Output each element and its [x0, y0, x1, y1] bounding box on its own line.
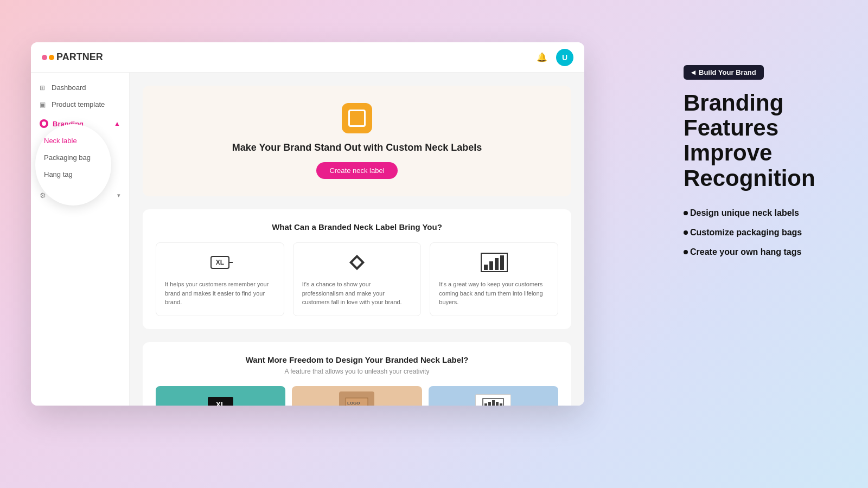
- feature-list-item-1: Design unique neck labels: [684, 208, 835, 218]
- branding-dot: [40, 119, 48, 128]
- svg-rect-13: [484, 403, 487, 406]
- features-section: What Can a Branded Neck Label Bring You?…: [143, 209, 571, 329]
- hero-icon: [342, 103, 372, 133]
- features-section-title: What Can a Branded Neck Label Bring You?: [156, 222, 558, 232]
- home-icon: ⊞: [40, 84, 47, 92]
- bullet-3: [684, 250, 688, 254]
- freedom-cards: XL logo LOGO 100% COTTON: [156, 386, 558, 406]
- freedom-card-3: 5XL: [429, 386, 558, 406]
- packaging-bag-text: Packaging bag: [44, 153, 91, 162]
- dark-label-preview: XL logo: [208, 397, 233, 406]
- heading-line3: Improve: [684, 140, 772, 165]
- freedom-section: Want More Freedom to Design Your Branded…: [143, 342, 571, 406]
- heading-line2: Features: [684, 115, 778, 140]
- feature-list: Design unique neck labels Customize pack…: [684, 208, 835, 257]
- hang-tag-text: Hang tag: [44, 170, 73, 178]
- bar-chart-icon: [478, 252, 510, 273]
- tan-label-preview: LOGO 100% COTTON: [339, 391, 374, 406]
- feature-desc-2: It's a chance to show your professionali…: [302, 280, 412, 307]
- bullet-2: [684, 230, 688, 235]
- hero-title: Make Your Brand Stand Out with Custom Ne…: [156, 142, 558, 153]
- logo-dot-pink: [42, 55, 47, 60]
- branding-section: Branding ▲ Neck lable Packaging bag Hang…: [31, 115, 129, 183]
- product-template-label: Product template: [52, 100, 105, 108]
- svg-rect-5: [495, 258, 499, 270]
- right-panel: Build Your Brand Branding Features Impro…: [684, 65, 835, 257]
- sidebar-item-hang-tag[interactable]: Hang tag: [31, 166, 129, 183]
- svg-rect-17: [500, 403, 502, 406]
- svg-rect-14: [488, 402, 491, 406]
- right-heading: Branding Features Improve Recognition: [684, 91, 835, 191]
- header-icons: 🔔 U: [534, 49, 573, 66]
- notification-icon[interactable]: 🔔: [534, 50, 550, 65]
- svg-rect-15: [492, 400, 495, 406]
- features-grid: XL It helps your customers remember your…: [156, 242, 558, 316]
- freedom-title: Want More Freedom to Design Your Branded…: [156, 355, 558, 364]
- app-window: PARTNER 🔔 U ⊞ Dashboard ▣ Product templa…: [31, 42, 584, 406]
- feature-card-1: XL It helps your customers remember your…: [156, 242, 284, 316]
- app-name: PARTNER: [56, 52, 103, 63]
- bar-chart-small: [482, 398, 504, 406]
- light-label-preview: 5XL: [475, 394, 511, 406]
- feature-list-item-3: Create your own hang tags: [684, 247, 835, 257]
- main-layout: ⊞ Dashboard ▣ Product template Branding …: [31, 73, 584, 406]
- create-neck-label-button[interactable]: Create neck label: [316, 162, 397, 179]
- freedom-subtitle: A feature that allows you to unleash you…: [156, 368, 558, 375]
- feature-desc-1: It helps your customers remember your br…: [165, 280, 275, 307]
- main-content: Make Your Brand Stand Out with Custom Ne…: [130, 73, 584, 406]
- hero-card: Make Your Brand Stand Out with Custom Ne…: [143, 86, 571, 196]
- heading-line1: Branding: [684, 90, 783, 115]
- freedom-card-1: XL logo: [156, 386, 285, 406]
- feature-item-label-1: Design unique neck labels: [690, 208, 799, 218]
- sidebar-item-product-template[interactable]: ▣ Product template: [31, 96, 129, 113]
- size-tag-icon: XL: [203, 252, 236, 273]
- dashboard-label: Dashboard: [52, 84, 86, 92]
- svg-rect-6: [500, 255, 504, 270]
- svg-text:LOGO: LOGO: [347, 401, 360, 406]
- heading-line4: Recognition: [684, 165, 815, 191]
- build-brand-badge: Build Your Brand: [684, 65, 764, 80]
- logo-dots: [42, 55, 54, 60]
- branding-submenu: Neck lable Packaging bag Hang tag: [31, 132, 129, 183]
- sidebar: ⊞ Dashboard ▣ Product template Branding …: [31, 73, 130, 406]
- sidebar-item-packaging-bag[interactable]: Packaging bag: [31, 149, 129, 166]
- logo-dot-orange: [49, 55, 54, 60]
- sidebar-item-dashboard[interactable]: ⊞ Dashboard: [31, 79, 129, 96]
- feature-card-2: It's a chance to show your professionali…: [293, 242, 422, 316]
- svg-rect-4: [489, 261, 493, 270]
- logo: PARTNER: [42, 52, 103, 63]
- feature-desc-3: It's a great way to keep your customers …: [439, 280, 549, 307]
- feature-list-item-2: Customize packaging bags: [684, 228, 835, 237]
- header: PARTNER 🔔 U: [31, 42, 584, 73]
- chevron-up-icon: ▲: [114, 120, 120, 127]
- feature-item-label-2: Customize packaging bags: [690, 228, 802, 237]
- feature-card-3: It's a great way to keep your customers …: [430, 242, 558, 316]
- hero-icon-inner: [348, 110, 366, 127]
- user-avatar[interactable]: U: [556, 49, 573, 66]
- freedom-card-2: LOGO 100% COTTON: [292, 386, 422, 406]
- branding-dot-inner: [42, 121, 46, 126]
- sidebar-item-neck-label[interactable]: Neck lable: [31, 132, 129, 149]
- diamond-icon: [341, 252, 373, 273]
- product-icon: ▣: [40, 101, 47, 108]
- feature-item-label-3: Create your own hang tags: [690, 247, 801, 257]
- label-size: XL: [215, 400, 226, 406]
- svg-rect-16: [496, 402, 499, 406]
- bullet-1: [684, 211, 688, 215]
- chevron-down-icon: ▾: [117, 192, 120, 199]
- neck-label-text: Neck lable: [44, 137, 77, 145]
- svg-rect-3: [484, 265, 488, 270]
